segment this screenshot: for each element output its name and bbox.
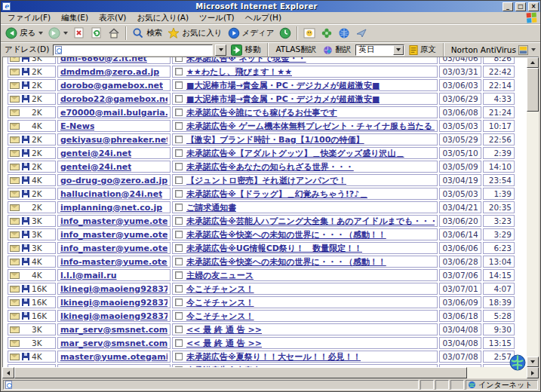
menu-help[interactable]: ヘルプ(H) [240, 12, 287, 24]
atlas-translate-button[interactable]: ATLAS翻訳 [273, 44, 318, 56]
source-text-button[interactable]: 原文 [407, 44, 438, 56]
subject-link[interactable]: << 最 終 通 告 >> [186, 338, 262, 349]
row-checkbox[interactable] [175, 271, 183, 279]
sender-link[interactable]: dmi-6860@2.it.net [60, 57, 147, 63]
subject-link[interactable]: 【ジュントロ密売】それ逝けアンパンで！ [186, 175, 346, 186]
row-checkbox[interactable] [175, 312, 183, 320]
menu-view[interactable]: 表示(V) [94, 12, 131, 24]
norton-dropdown-icon[interactable] [531, 48, 536, 51]
row-checkbox[interactable] [175, 231, 183, 238]
sender-link[interactable]: master@yume.otegami.com [60, 352, 168, 362]
subject-link[interactable]: 未承諾広告※ ネットで現金・・ [186, 57, 306, 64]
address-dropdown-button[interactable] [215, 44, 226, 56]
sender-link[interactable]: lkinegi@maoieng92837.ur [60, 284, 168, 294]
sender-link[interactable]: gentei@24i.net [60, 149, 131, 158]
search-button[interactable]: 検索 [130, 26, 164, 40]
back-button[interactable]: 戻る [3, 26, 45, 40]
messenger-button[interactable] [301, 26, 318, 40]
subject-link[interactable]: 今こそチャンス！ [186, 297, 254, 308]
subject-link[interactable]: 未承諾広告※芸能人ハプニング大全集！あのアイドルまでも・・・ [186, 216, 435, 227]
norton-toolbar-button[interactable] [318, 26, 335, 40]
media-button[interactable]: メディア [226, 26, 277, 40]
subject-link[interactable]: 未承諾広告※大廉売！！ [186, 365, 278, 368]
sender-link[interactable]: lkinegi@maoieng92837.ur [60, 298, 168, 308]
horizontal-scroll-thumb[interactable] [14, 367, 467, 378]
refresh-button[interactable] [88, 26, 105, 40]
subject-link[interactable]: 【激安】ブランド時計・Bag【1/100の特価】 [186, 134, 364, 145]
row-checkbox[interactable] [175, 299, 183, 306]
row-checkbox[interactable] [175, 244, 183, 252]
subject-link[interactable]: 未承諾広告※快楽への未知の世界に・・・（感動！！ [186, 229, 386, 240]
minimize-button[interactable]: _ [503, 2, 513, 11]
favorites-button[interactable]: お気に入り [165, 26, 224, 40]
row-checkbox[interactable] [175, 258, 183, 265]
row-checkbox[interactable] [175, 217, 183, 225]
go-button[interactable]: 移動 [229, 44, 263, 57]
mail-compose-button[interactable] [353, 26, 370, 40]
subject-link[interactable]: 主婦の友ニュース [186, 270, 254, 281]
home-button[interactable] [106, 26, 122, 40]
subject-link[interactable]: 今こそチャンス！ [186, 283, 254, 295]
row-checkbox[interactable] [175, 326, 183, 333]
row-checkbox[interactable] [175, 122, 183, 130]
menu-tools[interactable]: ツール(T) [194, 12, 240, 24]
subject-link[interactable]: ■大泥棒市場→貴金属・PC・デジカメが超超激安■ [186, 80, 380, 91]
scroll-down-button[interactable] [527, 357, 539, 367]
subject-link[interactable]: 未承諾広告※【ドラッグ】＿幻覚みちゃう!?♪＿ [186, 188, 367, 200]
sender-link[interactable]: hallucination@24i.net [60, 189, 162, 199]
scroll-right-button[interactable] [527, 367, 539, 378]
subject-link[interactable]: ご請求通知書 [186, 202, 236, 213]
sender-link[interactable]: e70000@mail.bulgaria.com [60, 108, 168, 118]
row-checkbox[interactable] [175, 109, 183, 116]
sender-link[interactable]: lkinegi@maoieng92837.ur [60, 311, 168, 321]
vertical-scroll-thumb[interactable] [527, 68, 539, 112]
lang-dropdown-icon[interactable] [393, 45, 404, 55]
row-checkbox[interactable] [175, 163, 183, 170]
sender-link[interactable]: E-News [60, 121, 94, 131]
row-checkbox[interactable] [175, 81, 183, 89]
row-checkbox[interactable] [175, 176, 183, 184]
sender-link[interactable]: info_master@yume.otegami. [60, 243, 168, 253]
subject-link[interactable]: 未承諾広告※【アダルトグッツ】＿快楽グッズ盛り沢山＿ [186, 148, 404, 159]
back-dropdown-icon[interactable] [38, 32, 43, 35]
subject-link[interactable]: 今こそチャンス！ [186, 311, 254, 322]
row-checkbox[interactable] [175, 366, 183, 367]
subject-link[interactable]: << 最 終 通 告 >> [186, 324, 262, 335]
subject-link[interactable]: ★★わたし、飛びます！★★ [186, 66, 292, 78]
sender-link[interactable]: info_master@yume.otegami. [60, 230, 168, 240]
translate-direction-select[interactable]: 英日 [355, 44, 404, 56]
row-checkbox[interactable] [175, 149, 183, 157]
sender-link[interactable]: dorobo22@gamebox.net [60, 94, 168, 104]
horizontal-scrollbar[interactable] [2, 367, 539, 378]
sender-link[interactable]: mar_serv@smsnet.com [60, 338, 168, 348]
vertical-scrollbar[interactable] [527, 57, 539, 367]
stop-button[interactable] [71, 26, 88, 40]
subject-link[interactable]: 未承諾広告※ ゲーム機本体無料プレゼント・チャイナ服も当たる・ [186, 121, 435, 132]
maximize-button[interactable]: □ [515, 2, 526, 11]
sender-link[interactable]: gentei@24i.net [60, 162, 131, 172]
translate-button[interactable]: 翻訳 [321, 44, 353, 56]
close-button[interactable]: × [528, 2, 539, 11]
menu-file[interactable]: ファイル(F) [2, 12, 56, 24]
history-button[interactable] [277, 26, 294, 40]
forward-button[interactable] [46, 26, 70, 40]
sender-link[interactable]: info_master@yume.otegami. [60, 216, 168, 226]
sender-link[interactable]: dmdmdm@zero.ad.jp [60, 67, 159, 77]
sender-link[interactable]: go-drug-go@zero.ad.jp [60, 176, 168, 185]
subject-link[interactable]: 未承諾広告※UG情報CD祭り！ 数量限定！！ [186, 243, 362, 254]
row-checkbox[interactable] [175, 339, 183, 347]
subject-link[interactable]: 未承諾広告※あなたの知られざる世界・・・ [186, 161, 354, 173]
subject-link[interactable]: 未承諾広告※快楽への未知の世界に・・・（感動！！ [186, 256, 386, 268]
sender-link[interactable]: info-master@yume.otegami. [60, 257, 168, 267]
forward-dropdown-icon[interactable] [63, 32, 68, 35]
sender-link[interactable]: mar_serv@smsnet.com [60, 325, 168, 335]
row-checkbox[interactable] [175, 95, 183, 103]
row-checkbox[interactable] [175, 353, 183, 360]
norton-antivirus-button[interactable]: Norton AntiVirus [449, 44, 538, 56]
sender-link[interactable]: l.l.l@mail.ru [60, 271, 117, 280]
row-checkbox[interactable] [175, 57, 183, 62]
row-checkbox[interactable] [175, 285, 183, 292]
address-input[interactable] [53, 44, 213, 56]
sender-link[interactable]: gekiyasu@phreaker.net [60, 135, 168, 145]
sender-link[interactable]: dorobo@gamebox.net [60, 81, 163, 90]
